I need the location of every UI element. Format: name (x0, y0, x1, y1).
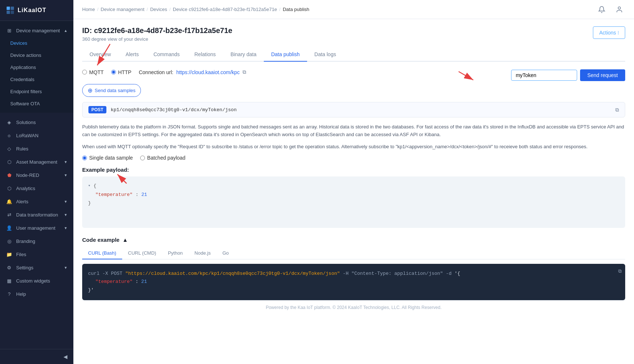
code-tab-curl-bash[interactable]: CURL (Bash) (82, 247, 122, 259)
code-toggle-icon[interactable]: ▾ (88, 182, 91, 190)
sidebar-item-branding[interactable]: ◎ Branding (0, 234, 73, 248)
chevron-down-icon: ▼ (64, 213, 68, 217)
sidebar: LiKaaIOT ⊞ Device management ▲ Devices D… (0, 0, 73, 364)
payload-type-row: Single data sample Batched payload (82, 155, 625, 161)
tab-relations[interactable]: Relations (187, 48, 223, 62)
breadcrumb-current: Data publish (283, 7, 309, 12)
tab-commands[interactable]: Commands (146, 48, 187, 62)
breadcrumb-device-management[interactable]: Device management (101, 7, 144, 12)
http-radio[interactable] (111, 70, 116, 74)
chevron-down-icon: ▼ (64, 226, 68, 230)
breadcrumb-sep-1: / (97, 7, 99, 12)
sidebar-item-solutions[interactable]: ◈ Solutions (0, 116, 73, 129)
tab-data-logs[interactable]: Data logs (307, 48, 343, 62)
chevron-down-icon: ▼ (64, 160, 68, 164)
code-line-temp: "temperature" : 21 (88, 190, 619, 199)
plus-icon: ⊕ (88, 87, 92, 94)
branding-icon: ◎ (6, 238, 12, 244)
breadcrumb-home[interactable]: Home (82, 7, 95, 12)
tab-binary-data[interactable]: Binary data (223, 48, 264, 62)
sidebar-item-credentials[interactable]: Credentials (0, 73, 73, 85)
sidebar-item-endpoint-filters[interactable]: Endpoint filters (0, 85, 73, 98)
breadcrumb-devices[interactable]: Devices (150, 7, 167, 12)
token-input[interactable] (511, 70, 577, 81)
sidebar-item-applications[interactable]: Applications (0, 61, 73, 73)
post-url-value: kp1/cnqqh8se0qcc73cj0tg0-v1/dcx/myToken/… (111, 107, 611, 113)
single-payload-label[interactable]: Single data sample (82, 155, 133, 161)
code-tab-curl-cmd[interactable]: CURL (CMD) (122, 247, 162, 259)
settings-icon: ⚙ (6, 264, 12, 271)
description-2: When used with MQTT optionally specify t… (82, 143, 625, 151)
code-example-header[interactable]: Code example ▲ (82, 237, 625, 243)
sidebar-item-user-management[interactable]: 👤 User management ▼ (0, 221, 73, 234)
chevron-down-icon: ▼ (64, 173, 68, 177)
page-content: ID: c9212fe6-a18e-4d87-b23e-f17b12a5e71e… (73, 19, 634, 364)
send-request-button[interactable]: Send request (580, 69, 625, 81)
logo: LiKaaIOT (0, 0, 73, 21)
actions-button[interactable]: Actions ⁝ (593, 26, 625, 39)
bell-icon (598, 6, 605, 13)
user-profile-button[interactable] (613, 4, 625, 15)
notification-button[interactable] (596, 4, 608, 15)
topbar-icons (596, 4, 625, 15)
user-avatar-icon (616, 6, 623, 13)
example-payload-label: Example payload: (82, 167, 625, 173)
breadcrumb-sep-3: / (169, 7, 171, 12)
batched-payload-label[interactable]: Batched payload (140, 155, 185, 161)
tab-data-publish[interactable]: Data publish (264, 48, 307, 62)
sidebar-item-device-management[interactable]: ⊞ Device management ▲ (0, 24, 73, 37)
code-line-open: ▾ { (88, 182, 619, 190)
asset-icon: ⬡ (6, 159, 12, 165)
device-info: ID: c9212fe6-a18e-4d87-b23e-f17b12a5e71e… (82, 26, 232, 42)
breadcrumb-sep-2: / (147, 7, 148, 12)
sidebar-item-data-transformation[interactable]: ⇄ Data transformation ▼ (0, 208, 73, 221)
chevron-down-icon: ▼ (64, 200, 68, 204)
svg-rect-1 (11, 7, 14, 10)
sidebar-item-rules[interactable]: ◇ Rules (0, 142, 73, 155)
sidebar-collapse-button[interactable]: ◀ (0, 349, 73, 364)
logo-text: LiKaaIOT (18, 7, 46, 14)
code-tab-go[interactable]: Go (216, 247, 234, 259)
device-subtitle: 360 degree view of your device (82, 36, 232, 42)
code-tab-nodejs[interactable]: Node.js (189, 247, 216, 259)
mqtt-radio[interactable] (82, 70, 87, 74)
copy-post-url-icon[interactable]: ⧉ (615, 107, 619, 113)
breadcrumb-device-id[interactable]: Device c9212fe6-a18e-4d87-b23e-f17b12a5e… (173, 7, 277, 12)
send-data-samples-button[interactable]: ⊕ Send data samples (82, 84, 141, 97)
protocol-row: MQTT HTTP Connection url: https://cloud.… (82, 69, 246, 75)
sidebar-item-analytics[interactable]: ⬡ Analytics (0, 182, 73, 195)
token-send-row: Send request (511, 69, 625, 81)
sidebar-item-custom-widgets[interactable]: ▦ Custom widgets (0, 274, 73, 287)
example-payload-block: ▾ { "temperature" : 21 } (82, 176, 625, 228)
svg-rect-0 (7, 7, 10, 10)
description-1: Publish telemetry data to the platform i… (82, 123, 625, 139)
sidebar-item-node-red[interactable]: ⬟ Node-RED ▼ (0, 168, 73, 182)
svg-rect-3 (11, 11, 14, 14)
chevron-up-icon: ▲ (64, 29, 68, 33)
code-tab-python[interactable]: Python (162, 247, 189, 259)
sidebar-item-device-actions[interactable]: Device actions (0, 49, 73, 61)
sidebar-item-asset-management[interactable]: ⬡ Asset Management ▼ (0, 155, 73, 168)
copy-url-icon[interactable]: ⧉ (243, 69, 246, 75)
chevron-up-icon: ▲ (123, 237, 128, 243)
code-curl-line1: curl -X POST "https://cloud.kaaiot.com/k… (88, 270, 619, 278)
sidebar-item-devices[interactable]: Devices (0, 37, 73, 49)
code-curl-line2: "temperature" : 21 (88, 278, 619, 286)
sidebar-item-alerts[interactable]: 🔔 Alerts ▼ (0, 195, 73, 208)
copy-code-button[interactable]: ⧉ (618, 267, 622, 276)
single-payload-radio[interactable] (82, 156, 87, 160)
topbar: Home / Device management / Devices / Dev… (73, 0, 634, 19)
sidebar-item-help[interactable]: ? Help (0, 287, 73, 301)
tab-alerts[interactable]: Alerts (118, 48, 146, 62)
batched-payload-radio[interactable] (140, 156, 145, 160)
sidebar-item-settings[interactable]: ⚙ Settings ▼ (0, 261, 73, 274)
tab-overview[interactable]: Overview (82, 48, 118, 62)
sidebar-item-files[interactable]: 📁 Files (0, 248, 73, 261)
tabs-container: Overview Alerts Commands Relations Binar… (82, 48, 625, 62)
code-curl-line3: }' (88, 286, 619, 294)
sidebar-item-software-ota[interactable]: Software OTA (0, 98, 73, 110)
svg-point-4 (618, 7, 621, 9)
sidebar-item-lorawan[interactable]: ⌾ LoRaWAN (0, 129, 73, 142)
http-radio-label[interactable]: HTTP (111, 69, 132, 75)
mqtt-radio-label[interactable]: MQTT (82, 69, 104, 75)
